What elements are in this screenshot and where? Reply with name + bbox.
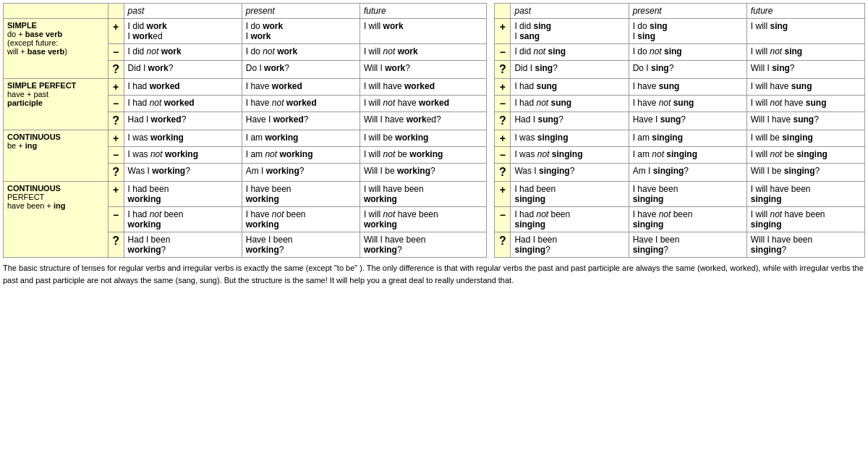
cell-work-future: Will I be working? <box>359 164 487 182</box>
cell-sing-past: Had I sung? <box>511 112 629 130</box>
cell-sing-future: I will sing <box>746 19 864 44</box>
cell-work-past: I did workI worked <box>124 19 242 44</box>
cell-sing-future: I will not have sung <box>746 96 864 112</box>
header-empty-1 <box>4 4 109 19</box>
cell-work-future: I will not work <box>359 44 487 61</box>
cell-work-present: I am working <box>242 130 359 147</box>
sign-+: + <box>108 19 124 44</box>
cell-work-future: I will not have worked <box>359 96 487 112</box>
category-continuous_perfect: CONTINUOUSPERFECThave been + ing <box>4 182 109 258</box>
cell-sing-present: Am I singing? <box>629 164 746 182</box>
cell-work-future: I will not be working <box>359 147 487 164</box>
sign-−: − <box>108 147 124 164</box>
sign-−: − <box>108 96 124 112</box>
separator <box>487 19 495 79</box>
cell-work-past: I did not work <box>124 44 242 61</box>
cell-sing-past: I had not sung <box>511 96 629 112</box>
cell-work-future: Will I have beenworking? <box>359 232 487 258</box>
cell-sing-past: Had I beensinging? <box>511 232 629 258</box>
cell-sing-future: Will I sing? <box>746 61 864 79</box>
header-empty-2 <box>495 4 511 19</box>
cell-work-past: I was working <box>124 130 242 147</box>
cell-sing-past: I had sung <box>511 79 629 96</box>
category-continuous: CONTINUOUSbe + ing <box>4 130 109 182</box>
cell-work-past: I was not working <box>124 147 242 164</box>
cell-sing-future: I will have beensinging <box>746 182 864 207</box>
separator <box>487 79 495 130</box>
sign-sing-−: − <box>495 44 511 61</box>
cell-sing-past: I had not beensinging <box>511 207 629 232</box>
sign-sing-−: − <box>495 207 511 232</box>
cell-work-present: I have worked <box>242 79 359 96</box>
cell-sing-present: Have I beensinging? <box>629 232 746 258</box>
cell-sing-present: I have sung <box>629 79 746 96</box>
cell-work-present: Do I work? <box>242 61 359 79</box>
header-sing-present: present <box>629 4 746 19</box>
header-work-future: future <box>359 4 487 19</box>
cell-work-future: I will have worked <box>359 79 487 96</box>
cell-sing-future: I will be singing <box>746 130 864 147</box>
sign-−: − <box>108 207 124 232</box>
cell-work-future: Will I have worked? <box>359 112 487 130</box>
sign-sing-?: ? <box>495 164 511 182</box>
sign-−: − <box>108 44 124 61</box>
sign-sing-+: + <box>495 79 511 96</box>
cell-sing-present: I have beensinging <box>629 182 746 207</box>
cell-sing-present: I have not beensinging <box>629 207 746 232</box>
cell-work-past: I had not beenworking <box>124 207 242 232</box>
cell-sing-past: I did singI sang <box>511 19 629 44</box>
cell-work-future: I will be working <box>359 130 487 147</box>
sign-sing-+: + <box>495 19 511 44</box>
sign-+: + <box>108 182 124 207</box>
cell-work-present: I have not beenworking <box>242 207 359 232</box>
category-simple_perfect: SIMPLE PERFECThave + pastparticiple <box>4 79 109 130</box>
sign-sing-−: − <box>495 147 511 164</box>
cell-sing-future: I will not have beensinging <box>746 207 864 232</box>
sign-?: ? <box>108 164 124 182</box>
cell-work-present: I do not work <box>242 44 359 61</box>
cell-work-present: Am I working? <box>242 164 359 182</box>
header-work-present: present <box>242 4 359 19</box>
cell-sing-present: Do I sing? <box>629 61 746 79</box>
header-empty-sign <box>108 4 124 19</box>
cell-work-future: Will I work? <box>359 61 487 79</box>
cell-sing-future: Will I be singing? <box>746 164 864 182</box>
cell-sing-present: I have not sung <box>629 96 746 112</box>
header-work-past: past <box>124 4 242 19</box>
cell-sing-present: Have I sung? <box>629 112 746 130</box>
cell-sing-past: I was singing <box>511 130 629 147</box>
category-simple: SIMPLEdo + base verb(except future:will … <box>4 19 109 79</box>
cell-work-present: Have I worked? <box>242 112 359 130</box>
cell-work-present: I do workI work <box>242 19 359 44</box>
cell-work-present: I am not working <box>242 147 359 164</box>
cell-work-past: Had I beenworking? <box>124 232 242 258</box>
cell-sing-future: Will I have sung? <box>746 112 864 130</box>
separator <box>487 182 495 258</box>
cell-sing-future: I will not be singing <box>746 147 864 164</box>
cell-sing-past: I had beensinging <box>511 182 629 207</box>
sign-sing-+: + <box>495 130 511 147</box>
sign-sing-?: ? <box>495 112 511 130</box>
cell-sing-present: I do not sing <box>629 44 746 61</box>
sign-?: ? <box>108 232 124 258</box>
cell-work-present: I have beenworking <box>242 182 359 207</box>
cell-work-past: Was I working? <box>124 164 242 182</box>
cell-sing-present: I do singI sing <box>629 19 746 44</box>
sign-sing-?: ? <box>495 232 511 258</box>
sign-?: ? <box>108 112 124 130</box>
cell-sing-past: Did I sing? <box>511 61 629 79</box>
cell-work-past: I had beenworking <box>124 182 242 207</box>
cell-sing-future: Will I have beensinging? <box>746 232 864 258</box>
main-tense-table: past present future past present future … <box>3 3 865 258</box>
cell-sing-future: I will have sung <box>746 79 864 96</box>
cell-sing-future: I will not sing <box>746 44 864 61</box>
header-sing-past: past <box>511 4 629 19</box>
cell-sing-past: I was not singing <box>511 147 629 164</box>
cell-work-past: Had I worked? <box>124 112 242 130</box>
cell-work-future: I will work <box>359 19 487 44</box>
cell-work-future: I will have beenworking <box>359 182 487 207</box>
cell-work-future: I will not have beenworking <box>359 207 487 232</box>
cell-sing-present: I am not singing <box>629 147 746 164</box>
sign-?: ? <box>108 61 124 79</box>
sign-+: + <box>108 79 124 96</box>
